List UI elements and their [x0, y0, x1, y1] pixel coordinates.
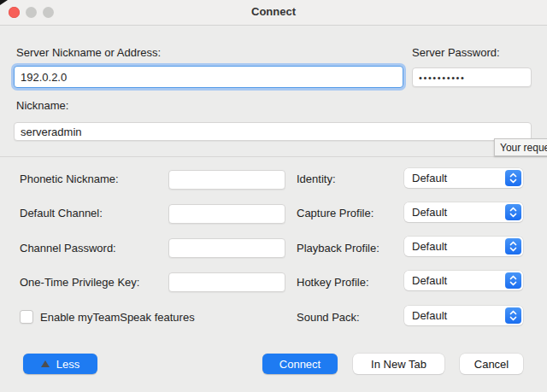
titlebar: Connect [0, 0, 547, 26]
phonetic-nickname-label: Phonetic Nickname: [20, 173, 119, 185]
privilege-key-input[interactable] [168, 272, 285, 292]
connect-dialog: Connect Server Nickname or Address: Serv… [0, 0, 547, 392]
default-channel-input[interactable] [168, 204, 285, 224]
myteamspeak-checkbox[interactable] [20, 310, 33, 324]
phonetic-nickname-input[interactable] [168, 170, 285, 190]
hotkey-profile-dropdown[interactable]: Default [404, 271, 523, 290]
chevron-up-down-icon [505, 272, 521, 289]
nickname-label: Nickname: [16, 99, 68, 112]
default-channel-label: Default Channel: [20, 207, 103, 219]
playback-profile-dropdown[interactable]: Default [404, 237, 523, 256]
address-input[interactable] [14, 66, 403, 88]
playback-profile-dropdown-value: Default [412, 237, 447, 256]
less-button-label: Less [56, 358, 79, 371]
in-new-tab-button[interactable]: In New Tab [353, 354, 444, 374]
less-button[interactable]: Less [23, 354, 97, 374]
window-title: Connect [0, 0, 547, 24]
cancel-button-label: Cancel [474, 358, 509, 371]
connect-button-label: Connect [279, 358, 321, 371]
in-new-tab-button-label: In New Tab [371, 358, 426, 371]
collapse-arrow-icon [41, 360, 50, 367]
identity-dropdown[interactable]: Default [404, 168, 523, 188]
chevron-up-down-icon [505, 204, 521, 220]
sound-pack-dropdown-value: Default [412, 306, 447, 325]
server-password-input[interactable] [412, 67, 532, 87]
sound-pack-label: Sound Pack: [297, 311, 360, 324]
address-label: Server Nickname or Address: [16, 46, 161, 59]
playback-profile-label: Playback Profile: [297, 242, 379, 255]
nickname-input[interactable] [14, 122, 532, 141]
channel-password-label: Channel Password: [20, 242, 116, 255]
server-password-label: Server Password: [412, 46, 500, 59]
cursor-icon [0, 0, 8, 5]
chevron-up-down-icon [505, 170, 521, 186]
tooltip: Your reque [494, 138, 547, 156]
sound-pack-dropdown[interactable]: Default [404, 306, 523, 325]
capture-profile-dropdown-value: Default [412, 202, 447, 222]
identity-dropdown-value: Default [412, 168, 447, 188]
capture-profile-dropdown[interactable]: Default [404, 202, 523, 222]
cancel-button[interactable]: Cancel [460, 354, 523, 374]
capture-profile-label: Capture Profile: [297, 207, 373, 219]
connect-button[interactable]: Connect [262, 354, 338, 374]
hotkey-profile-label: Hotkey Profile: [297, 276, 369, 289]
privilege-key-label: One-Time Privilege Key: [20, 276, 139, 289]
chevron-up-down-icon [505, 307, 521, 324]
myteamspeak-checkbox-label: Enable myTeamSpeak features [40, 311, 195, 324]
chevron-up-down-icon [505, 238, 521, 255]
hotkey-profile-dropdown-value: Default [412, 271, 447, 290]
section-divider [0, 156, 547, 157]
channel-password-input[interactable] [168, 238, 285, 258]
identity-label: Identity: [297, 173, 336, 185]
